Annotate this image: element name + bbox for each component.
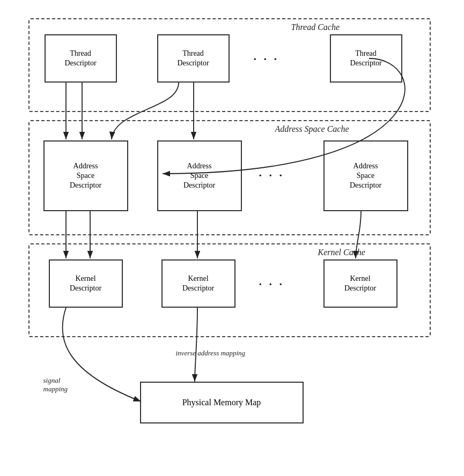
inverse-address-mapping-label: inverse address mapping (176, 349, 246, 358)
address-dots: . . . (259, 166, 285, 180)
thread-descriptor-3: ThreadDescriptor (330, 34, 402, 83)
thread-cache-label: Thread Cache (291, 23, 340, 32)
thread-dots: . . . (254, 49, 279, 63)
kernel-dots: . . . (259, 274, 285, 288)
signal-mapping-label: signalmapping (43, 376, 68, 393)
kernel-descriptor-1: KernelDescriptor (49, 259, 123, 308)
address-descriptor-2: AddressSpaceDescriptor (157, 140, 242, 211)
kernel-descriptor-3: KernelDescriptor (323, 259, 397, 308)
address-descriptor-1: AddressSpaceDescriptor (43, 140, 128, 211)
diagram-container: Thread Cache Address Space Cache Kernel … (12, 8, 452, 468)
physical-memory-map: Physical Memory Map (140, 382, 304, 423)
address-descriptor-3: AddressSpaceDescriptor (323, 140, 408, 211)
address-space-cache-label: Address Space Cache (275, 124, 349, 134)
kernel-descriptor-2: KernelDescriptor (161, 259, 235, 308)
kernel-cache-label: Kernel Cache (318, 248, 365, 257)
thread-descriptor-1: ThreadDescriptor (45, 34, 117, 83)
thread-descriptor-2: ThreadDescriptor (157, 34, 230, 83)
